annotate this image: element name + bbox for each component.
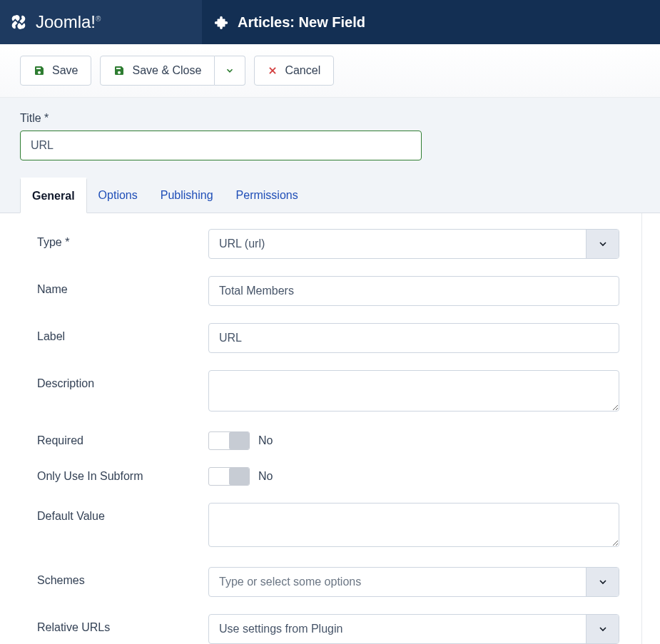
chevron-down-icon (597, 623, 609, 635)
subform-toggle[interactable] (208, 467, 250, 486)
save-icon (113, 65, 125, 76)
joomla-icon (9, 12, 29, 32)
subform-label: Only Use In Subform (37, 467, 208, 483)
row-default-value: Default Value (37, 503, 621, 550)
relative-urls-value: Use settings from Plugin (209, 623, 352, 635)
default-value-label: Default Value (37, 503, 208, 523)
brand-text: Joomla! (36, 12, 96, 31)
save-icon (34, 65, 45, 76)
save-dropdown-toggle[interactable] (215, 56, 245, 86)
save-button[interactable]: Save (20, 56, 91, 86)
save-button-label: Save (52, 64, 78, 77)
description-input[interactable] (208, 370, 619, 412)
chevron-down-icon (597, 576, 609, 588)
required-state: No (258, 434, 273, 447)
page-title: Articles: New Field (238, 14, 365, 31)
title-label: Title * (20, 112, 640, 125)
save-close-group: Save & Close (100, 56, 245, 86)
required-toggle[interactable] (208, 431, 250, 450)
description-label: Description (37, 370, 208, 390)
type-label: Type * (37, 229, 208, 249)
brand-logo: Joomla!® (0, 0, 202, 44)
chevron-down-icon (597, 238, 609, 250)
save-close-button-label: Save & Close (132, 64, 201, 77)
tab-general[interactable]: General (20, 178, 87, 213)
type-select-value: URL (url) (209, 237, 275, 250)
save-close-button[interactable]: Save & Close (100, 56, 215, 86)
app-header: Joomla!® Articles: New Field (0, 0, 660, 44)
title-region: Title * (0, 98, 660, 178)
page-title-bar: Articles: New Field (202, 0, 365, 44)
row-relative-urls: Relative URLs Use settings from Plugin (37, 614, 621, 644)
row-description: Description (37, 370, 621, 414)
row-label: Label (37, 323, 621, 353)
row-type: Type * URL (url) (37, 229, 621, 259)
schemes-select[interactable]: Type or select some options (208, 567, 619, 597)
label-label: Label (37, 323, 208, 343)
default-value-input[interactable] (208, 503, 619, 547)
type-select[interactable]: URL (url) (208, 229, 619, 259)
tab-options[interactable]: Options (87, 178, 149, 213)
tab-permissions[interactable]: Permissions (225, 178, 310, 213)
label-input[interactable] (208, 323, 619, 353)
row-subform: Only Use In Subform No (37, 467, 621, 486)
cancel-button-label: Cancel (285, 64, 320, 77)
general-form: Type * URL (url) Name Label Description … (0, 213, 642, 644)
cancel-button[interactable]: Cancel (254, 56, 334, 86)
schemes-label: Schemes (37, 567, 208, 587)
relative-urls-select[interactable]: Use settings from Plugin (208, 614, 619, 644)
row-name: Name (37, 276, 621, 306)
subform-state: No (258, 470, 273, 483)
action-toolbar: Save Save & Close Cancel (0, 44, 660, 98)
tabs: General Options Publishing Permissions (0, 178, 660, 213)
chevron-down-icon (225, 66, 235, 76)
row-schemes: Schemes Type or select some options (37, 567, 621, 597)
row-required: Required No (37, 431, 621, 450)
tab-publishing[interactable]: Publishing (149, 178, 225, 213)
name-input[interactable] (208, 276, 619, 306)
close-icon (268, 66, 278, 76)
title-input[interactable] (20, 131, 422, 160)
required-label: Required (37, 431, 208, 447)
relative-urls-label: Relative URLs (37, 614, 208, 634)
name-label: Name (37, 276, 208, 296)
schemes-placeholder: Type or select some options (209, 576, 371, 588)
puzzle-icon (213, 14, 229, 30)
